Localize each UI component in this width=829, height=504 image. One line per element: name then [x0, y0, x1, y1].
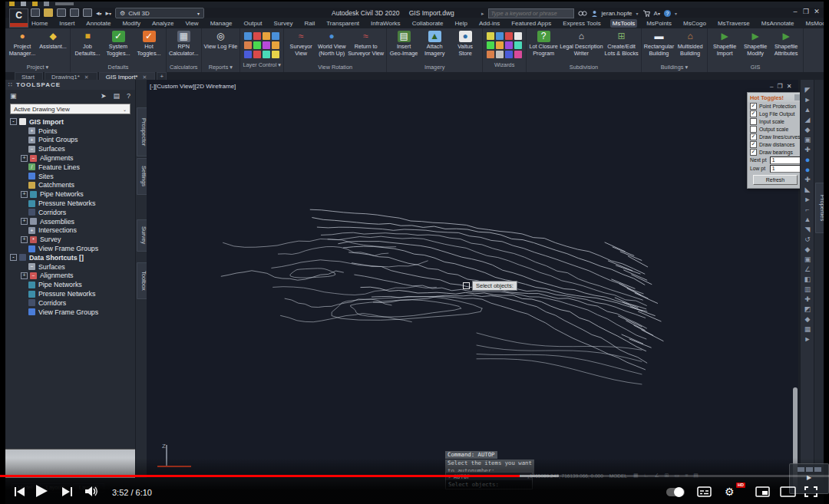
tool-icon[interactable]: ▲: [803, 106, 812, 114]
volume-icon[interactable]: [84, 486, 98, 497]
toggle-draw-distances[interactable]: ✓Draw distances: [748, 140, 803, 148]
toggle-log-file-output[interactable]: ✓Log File Output: [748, 110, 803, 117]
ribbon-panel-label[interactable]: Wizards: [485, 61, 523, 70]
ribbon-panel-label[interactable]: Project ▾: [8, 63, 68, 72]
panorama-icon[interactable]: ▤: [113, 92, 120, 100]
tree-item-sites[interactable]: Sites: [5, 172, 135, 181]
grid-tool-icon[interactable]: [263, 41, 270, 49]
search-binoculars-icon[interactable]: [578, 10, 587, 17]
tree-item-points[interactable]: +Points: [5, 127, 135, 136]
refresh-button[interactable]: Refresh: [753, 175, 798, 185]
tool-icon[interactable]: ∠: [803, 265, 812, 274]
tree-item-data-shortcuts[interactable]: -Data Shortcuts []: [5, 253, 135, 262]
ribbon-panel-label[interactable]: Reports ▾: [204, 63, 238, 72]
settings-gear-icon[interactable]: ⚙: [725, 486, 735, 498]
lot-closure-program-button[interactable]: ?Lot Closure Program: [529, 30, 558, 57]
ribbon-panel-label[interactable]: View Rotation: [286, 63, 384, 72]
ribbon-tab-manage[interactable]: Manage: [208, 19, 235, 28]
ribbon-tab-survey[interactable]: Survey: [272, 19, 296, 28]
grid-tool-icon[interactable]: [487, 51, 494, 58]
ribbon-tab-annotate[interactable]: Annotate: [84, 19, 113, 28]
ribbon-tab-msannotate[interactable]: MsAnnotate: [759, 19, 797, 28]
grid-tool-icon[interactable]: [253, 32, 261, 40]
fullscreen-icon[interactable]: [804, 486, 817, 497]
close-button[interactable]: ✕: [811, 8, 822, 15]
assistant-button[interactable]: ◆Assistant...: [38, 30, 68, 51]
ribbon-tab-collaborate[interactable]: Collaborate: [410, 19, 446, 28]
save-icon[interactable]: [57, 8, 66, 17]
tool-icon[interactable]: ◤: [803, 86, 812, 94]
tree-expander[interactable]: +: [21, 191, 28, 198]
grid-tool-icon[interactable]: [263, 51, 270, 58]
grid-tool-icon[interactable]: [253, 51, 261, 58]
tree-item-surfaces[interactable]: ~Surfaces: [5, 262, 135, 272]
miniplayer-icon[interactable]: [755, 486, 770, 497]
tool-icon[interactable]: ▲: [803, 216, 812, 224]
palette-maximize-icon[interactable]: ❐: [777, 83, 782, 90]
grid-tool-icon[interactable]: [272, 41, 279, 49]
grid-tool-icon[interactable]: [505, 41, 513, 49]
grid-tool-icon[interactable]: [505, 32, 513, 40]
autodesk-a-menu[interactable]: A▾: [654, 10, 660, 17]
ribbon-tab-view[interactable]: View: [183, 19, 200, 28]
grid-tool-icon[interactable]: [244, 41, 252, 49]
minimize-button[interactable]: –: [790, 8, 801, 15]
tree-item-gis-import[interactable]: -GIS Import: [5, 117, 135, 127]
maximize-button[interactable]: ❐: [801, 8, 811, 15]
tree-item-alignments[interactable]: +~Alignments: [5, 272, 135, 281]
tree-expander[interactable]: -: [10, 254, 17, 261]
grid-tool-icon[interactable]: [505, 51, 513, 58]
tool-icon[interactable]: ◩: [803, 305, 812, 314]
ribbon-panel-label[interactable]: Imagery: [389, 63, 480, 72]
checkbox-icon[interactable]: ✓: [750, 103, 757, 110]
tool-icon[interactable]: ✚: [803, 295, 812, 304]
drawing-viewport[interactable]: [-][Custom View][2D Wireframe] Select ob…: [147, 80, 798, 478]
multisided-building-button[interactable]: ⌂Multisided Building: [675, 30, 705, 57]
toolspace-header[interactable]: ∷ TOOLSPACE: [5, 80, 135, 90]
legal-description-writer-button[interactable]: ⌂Legal Description Writer: [560, 30, 603, 57]
item-picker-icon[interactable]: ➤: [101, 92, 107, 100]
tree-expander[interactable]: -: [10, 118, 17, 125]
tree-item-pressure-networks[interactable]: Pressure Networks: [5, 199, 135, 208]
create-edit-lots-blocks-button[interactable]: ⊞Create/Edit Lots & Blocks: [605, 30, 639, 57]
toggle-draw-bearings[interactable]: ✓Draw bearings: [748, 148, 803, 156]
checkbox-icon[interactable]: [750, 118, 757, 125]
tree-item-assemblies[interactable]: +Assemblies: [5, 217, 135, 226]
tool-icon[interactable]: ◣: [803, 186, 812, 194]
grid-tool-icon[interactable]: [272, 32, 279, 40]
ribbon-tab-mstools[interactable]: MsTools: [610, 19, 637, 28]
shapefile-attributes-button[interactable]: ▶Shapefile Attributes: [771, 30, 801, 57]
saveas-icon[interactable]: [70, 8, 79, 17]
tree-item-view-frame-groups[interactable]: View Frame Groups: [5, 308, 135, 317]
tree-item-corridors[interactable]: Corridors: [5, 298, 135, 308]
ribbon-panel-label[interactable]: Buildings ▾: [644, 63, 705, 72]
tree-expander[interactable]: +: [21, 236, 28, 243]
tree-item-alignments[interactable]: +~Alignments: [5, 153, 135, 163]
grid-tool-icon[interactable]: [487, 41, 494, 49]
palette-close-icon[interactable]: ✕: [787, 83, 792, 90]
grid-tool-icon[interactable]: [496, 51, 504, 58]
tool-icon[interactable]: ◆: [803, 126, 812, 134]
new-icon[interactable]: [31, 8, 40, 17]
tree-item-corridors[interactable]: Corridors: [5, 208, 135, 217]
toolspace-help-icon[interactable]: ?: [127, 92, 130, 100]
return-to-surveyor-view-button[interactable]: ≈Return to Surveyor View: [348, 30, 384, 57]
ribbon-tab-add-ins[interactable]: Add-ins: [477, 19, 502, 28]
tool-icon[interactable]: ►: [803, 196, 812, 204]
grid-tool-icon[interactable]: [496, 41, 504, 49]
previous-video-button[interactable]: [14, 486, 25, 497]
ribbon-tab-featured-apps[interactable]: Featured Apps: [509, 19, 553, 28]
tool-icon[interactable]: ●: [803, 156, 812, 164]
open-icon[interactable]: [44, 8, 53, 17]
ribbon-tab-analyze[interactable]: Analyze: [150, 19, 176, 28]
tree-item-pressure-networks[interactable]: Pressure Networks: [5, 289, 135, 298]
tool-icon[interactable]: ►: [803, 96, 812, 104]
tree-item-pipe-networks[interactable]: +Pipe Networks: [5, 189, 135, 199]
checkbox-icon[interactable]: ✓: [750, 149, 757, 156]
grid-tool-icon[interactable]: [514, 41, 522, 49]
tool-icon[interactable]: ●: [803, 166, 812, 174]
ribbon-tab-express-tools[interactable]: Express Tools: [560, 19, 603, 28]
ribbon-tab-insert[interactable]: Insert: [57, 19, 77, 28]
tool-icon[interactable]: ✚: [803, 176, 812, 184]
next-pt-input[interactable]: 1: [770, 156, 801, 164]
